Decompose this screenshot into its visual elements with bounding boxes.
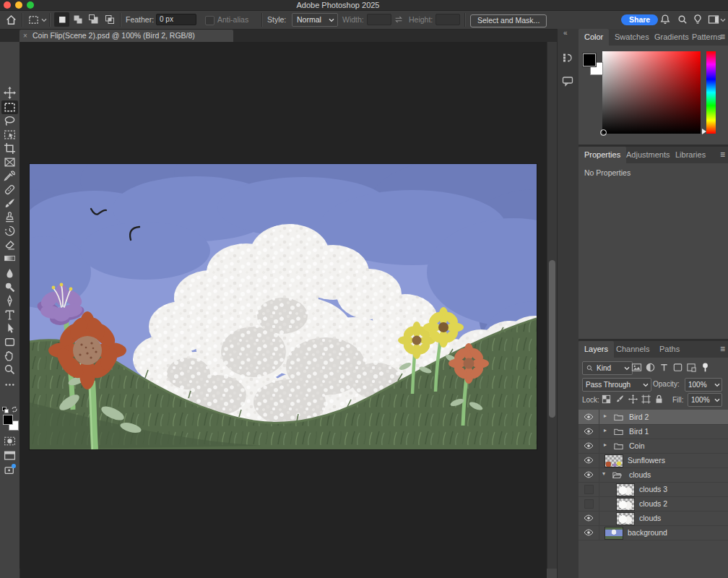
shape-tool-icon[interactable] xyxy=(4,336,16,348)
history-brush-tool-icon[interactable] xyxy=(4,225,16,237)
zoom-tool-icon[interactable] xyxy=(4,363,16,376)
healing-brush-tool-icon[interactable] xyxy=(4,184,16,196)
vertical-scrollbar[interactable] xyxy=(547,42,558,569)
saturation-brightness-field[interactable] xyxy=(602,51,701,134)
layer-thumbnail[interactable] xyxy=(604,454,623,467)
hue-strip[interactable] xyxy=(706,51,716,134)
select-and-mask-button[interactable]: Select and Mask... xyxy=(470,14,547,27)
canvas-area[interactable]: 100% 1920 px x 1080 px (72 ppi) › xyxy=(20,42,547,569)
add-selection-mode-button[interactable] xyxy=(70,12,85,27)
layer-name[interactable]: clouds 3 xyxy=(639,482,667,496)
layer-name[interactable]: Coin xyxy=(629,439,645,453)
lock-image-pixels-icon[interactable] xyxy=(615,394,625,405)
hidden-visibility-box[interactable] xyxy=(584,485,594,494)
comments-panel-icon[interactable] xyxy=(562,75,573,87)
vertical-scrollbar-thumb[interactable] xyxy=(549,260,555,418)
disclosure-icon[interactable]: ▸ xyxy=(604,427,607,434)
antialias-checkbox[interactable] xyxy=(205,16,214,25)
layer-thumbnail[interactable] xyxy=(616,512,635,525)
tab-layers[interactable]: Layers xyxy=(578,341,614,358)
panel-menu-icon[interactable]: ≡ xyxy=(720,29,725,46)
filter-pixel-layers-icon[interactable] xyxy=(631,362,642,373)
frame-tool-icon[interactable] xyxy=(4,156,16,168)
feather-input[interactable]: 0 px xyxy=(156,14,196,25)
default-colors-icon[interactable] xyxy=(2,407,9,413)
eye-icon[interactable] xyxy=(584,455,594,465)
layer-row-clouds-group[interactable]: ▾ clouds xyxy=(578,467,728,483)
layer-row-bird1[interactable]: ▸ Bird 1 xyxy=(578,424,728,439)
eye-icon[interactable] xyxy=(584,441,594,451)
edit-toolbar-ellipsis-icon[interactable] xyxy=(4,379,16,391)
layer-name[interactable]: clouds 2 xyxy=(639,496,667,511)
layer-name[interactable]: Bird 2 xyxy=(629,410,649,424)
tab-properties[interactable]: Properties xyxy=(578,147,626,163)
notifications-bell-icon[interactable] xyxy=(659,14,671,25)
search-icon[interactable] xyxy=(677,14,688,25)
lock-position-icon[interactable] xyxy=(628,394,638,405)
filter-adjustment-layers-icon[interactable] xyxy=(645,362,656,373)
visibility-cell[interactable] xyxy=(578,482,599,496)
eye-icon[interactable] xyxy=(584,412,594,422)
eyedropper-tool-icon[interactable] xyxy=(4,170,16,182)
clone-stamp-tool-icon[interactable] xyxy=(4,211,16,223)
visibility-cell[interactable] xyxy=(578,467,599,482)
artboard[interactable] xyxy=(30,164,537,449)
layer-thumbnail[interactable] xyxy=(616,498,635,511)
eye-icon[interactable] xyxy=(584,470,594,480)
expand-panels-icon[interactable]: « xyxy=(563,29,568,37)
eye-icon[interactable] xyxy=(584,513,594,523)
blur-tool-icon[interactable] xyxy=(4,267,16,280)
tab-adjustments[interactable]: Adjustments xyxy=(620,147,676,163)
kind-filter-select[interactable]: Kind xyxy=(582,361,633,375)
layer-row-clouds2[interactable]: clouds 2 xyxy=(578,496,728,512)
layer-thumbnail[interactable] xyxy=(616,483,635,496)
lasso-tool-icon[interactable] xyxy=(4,115,16,127)
intersect-selection-mode-button[interactable] xyxy=(102,12,117,27)
hand-tool-icon[interactable] xyxy=(4,350,16,362)
rectangular-marquee-tool-icon[interactable] xyxy=(4,101,16,113)
quick-mask-mode-icon[interactable] xyxy=(4,435,16,447)
workspace-switcher-icon[interactable] xyxy=(708,14,719,25)
document-tab[interactable]: × Coin Flip(Scene 2).psd @ 100% (Bird 2,… xyxy=(20,30,233,42)
opacity-select[interactable]: 100% xyxy=(685,378,722,392)
hidden-visibility-box[interactable] xyxy=(584,499,594,509)
disclosure-icon[interactable]: ▸ xyxy=(604,441,607,448)
device-preview-icon[interactable] xyxy=(4,464,16,476)
tab-color[interactable]: Color xyxy=(578,29,609,46)
filter-toggle-icon[interactable] xyxy=(700,362,711,373)
gradient-tool-icon[interactable] xyxy=(4,252,16,264)
disclosure-icon[interactable]: ▾ xyxy=(602,470,605,477)
tab-channels[interactable]: Channels xyxy=(610,341,655,358)
discover-bulb-icon[interactable] xyxy=(692,14,703,25)
layer-row-clouds3[interactable]: clouds 3 xyxy=(578,482,728,497)
eraser-tool-icon[interactable] xyxy=(4,238,16,251)
visibility-cell[interactable] xyxy=(578,410,599,424)
move-tool-icon[interactable] xyxy=(4,87,16,99)
type-tool-icon[interactable] xyxy=(4,309,16,321)
style-select[interactable]: Normal xyxy=(292,13,338,27)
tab-libraries[interactable]: Libraries xyxy=(670,147,711,163)
close-tab-icon[interactable]: × xyxy=(23,30,27,42)
new-selection-mode-button[interactable] xyxy=(54,12,69,27)
visibility-cell[interactable] xyxy=(578,439,599,453)
layer-row-coin[interactable]: ▸ Coin xyxy=(578,439,728,454)
share-button[interactable]: Share xyxy=(621,14,658,25)
width-input[interactable] xyxy=(367,14,391,25)
layer-row-bird2[interactable]: ▸ Bird 2 xyxy=(578,410,728,425)
layer-thumbnail[interactable] xyxy=(604,527,623,540)
filter-type-layers-icon[interactable] xyxy=(659,362,670,373)
visibility-cell[interactable] xyxy=(578,525,599,540)
panel-menu-icon[interactable]: ≡ xyxy=(720,341,725,358)
layer-name[interactable]: clouds xyxy=(629,467,651,482)
lock-transparent-pixels-icon[interactable] xyxy=(601,394,612,405)
dodge-tool-icon[interactable] xyxy=(4,281,16,293)
layer-name[interactable]: Sunflowers xyxy=(628,453,665,467)
tool-preset-marquee-icon[interactable] xyxy=(28,14,39,25)
canvas-artwork[interactable] xyxy=(30,164,537,449)
hue-pointer[interactable] xyxy=(702,129,706,134)
swap-colors-icon[interactable] xyxy=(11,406,18,413)
filter-shape-layers-icon[interactable] xyxy=(672,362,683,373)
layer-row-clouds[interactable]: clouds xyxy=(578,511,728,526)
height-input[interactable] xyxy=(436,14,460,25)
color-field-handle[interactable] xyxy=(600,129,607,136)
